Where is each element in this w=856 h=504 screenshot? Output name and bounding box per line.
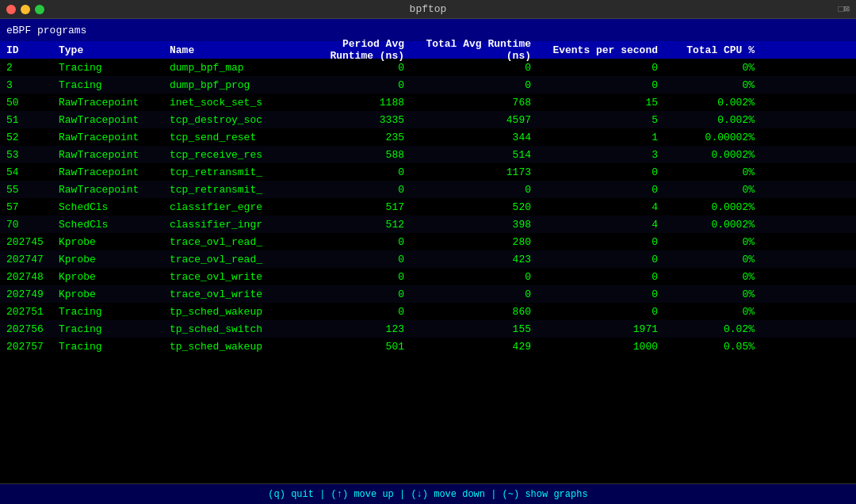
cell-period: 588: [309, 149, 420, 161]
cell-name: dump_bpf_map: [166, 62, 309, 74]
table-row[interactable]: 202756 Tracing tp_sched_switch 123 155 1…: [0, 320, 856, 338]
cell-total: 0: [420, 79, 547, 91]
cell-id: 51: [0, 114, 55, 126]
cell-type: SchedCls: [55, 219, 166, 231]
cell-name: classifier_ingr: [166, 219, 309, 231]
cell-cpu: 0.0002%: [674, 219, 761, 231]
cell-period: 0: [309, 271, 420, 283]
cell-events: 4: [547, 219, 674, 231]
cell-events: 0: [547, 184, 674, 196]
cell-type: RawTracepoint: [55, 166, 166, 178]
table-row[interactable]: 202749 Kprobe trace_ovl_write 0 0 0 0%: [0, 285, 856, 303]
table-row[interactable]: 54 RawTracepoint tcp_retransmit_ 0 1173 …: [0, 163, 856, 181]
section-title: eBPF programs: [6, 25, 86, 36]
cell-period: 501: [309, 341, 420, 353]
cell-cpu: 0%: [674, 288, 761, 300]
cell-cpu: 0%: [674, 254, 761, 265]
cell-name: trace_ovl_read_: [166, 236, 309, 248]
cell-name: trace_ovl_write: [166, 288, 309, 300]
cell-period: 517: [309, 201, 420, 213]
cell-name: tcp_retransmit_: [166, 166, 309, 178]
cell-name: tcp_send_reset: [166, 132, 309, 143]
cell-cpu: 0%: [674, 184, 761, 196]
cell-name: inet_sock_set_s: [166, 97, 309, 109]
cell-name: tcp_destroy_soc: [166, 114, 309, 126]
cell-type: Kprobe: [55, 288, 166, 300]
cell-id: 202751: [0, 306, 55, 318]
cell-events: 1971: [547, 323, 674, 335]
cell-cpu: 0%: [674, 79, 761, 91]
table-body: 2 Tracing dump_bpf_map 0 0 0 0% 3 Tracin…: [0, 59, 856, 355]
cell-type: RawTracepoint: [55, 97, 166, 109]
cell-total: 0: [420, 184, 547, 196]
col-header-name: Name: [166, 44, 309, 56]
cell-type: Kprobe: [55, 236, 166, 248]
table-row[interactable]: 51 RawTracepoint tcp_destroy_soc 3335 45…: [0, 111, 856, 128]
cell-id: 202756: [0, 323, 55, 335]
cell-events: 5: [547, 114, 674, 126]
cell-total: 280: [420, 236, 547, 248]
table-row[interactable]: 202745 Kprobe trace_ovl_read_ 0 280 0 0%: [0, 233, 856, 250]
cell-id: 202749: [0, 288, 55, 300]
cell-cpu: 0.0002%: [674, 201, 761, 213]
cell-id: 53: [0, 149, 55, 161]
cell-period: 0: [309, 166, 420, 178]
cell-total: 520: [420, 201, 547, 213]
cell-id: 57: [0, 201, 55, 213]
cell-period: 0: [309, 236, 420, 248]
cell-id: 52: [0, 132, 55, 143]
cell-total: 0: [420, 288, 547, 300]
cell-cpu: 0.002%: [674, 114, 761, 126]
cell-total: 1173: [420, 166, 547, 178]
table-row[interactable]: 57 SchedCls classifier_egre 517 520 4 0.…: [0, 198, 856, 216]
cell-period: 1188: [309, 97, 420, 109]
cell-name: trace_ovl_write: [166, 271, 309, 283]
cell-total: 768: [420, 97, 547, 109]
col-header-total: Total Avg Runtime (ns): [420, 38, 547, 62]
maximize-button[interactable]: [35, 5, 44, 14]
table-header: ID Type Name Period Avg Runtime (ns) Tot…: [0, 41, 856, 59]
cell-total: 0: [420, 271, 547, 283]
window-controls-right: □⊠: [839, 3, 850, 15]
cell-cpu: 0%: [674, 166, 761, 178]
cell-type: Kprobe: [55, 271, 166, 283]
cell-type: Tracing: [55, 341, 166, 353]
table-row[interactable]: 70 SchedCls classifier_ingr 512 398 4 0.…: [0, 216, 856, 233]
cell-events: 0: [547, 288, 674, 300]
col-header-cpu: Total CPU %: [674, 44, 761, 56]
table-row[interactable]: 53 RawTracepoint tcp_receive_res 588 514…: [0, 146, 856, 163]
cell-total: 423: [420, 254, 547, 265]
table-row[interactable]: 3 Tracing dump_bpf_prog 0 0 0 0%: [0, 76, 856, 94]
cell-type: RawTracepoint: [55, 132, 166, 143]
window-controls: [6, 5, 44, 14]
cell-id: 70: [0, 219, 55, 231]
cell-name: tp_sched_wakeup: [166, 341, 309, 353]
col-header-type: Type: [55, 44, 166, 56]
table-row[interactable]: 202748 Kprobe trace_ovl_write 0 0 0 0%: [0, 268, 856, 285]
content-area: eBPF programs ID Type Name Period Avg Ru…: [0, 19, 856, 483]
table-row[interactable]: 50 RawTracepoint inet_sock_set_s 1188 76…: [0, 94, 856, 111]
cell-type: RawTracepoint: [55, 149, 166, 161]
table-row[interactable]: 202751 Tracing tp_sched_wakeup 0 860 0 0…: [0, 303, 856, 320]
cell-name: tcp_receive_res: [166, 149, 309, 161]
cell-period: 123: [309, 323, 420, 335]
table-row[interactable]: 202757 Tracing tp_sched_wakeup 501 429 1…: [0, 338, 856, 355]
cell-cpu: 0%: [674, 62, 761, 74]
cell-type: Tracing: [55, 323, 166, 335]
cell-total: 514: [420, 149, 547, 161]
app-wrapper: bpftop □⊠ eBPF programs ID Type Name Per…: [0, 0, 856, 504]
cell-name: tcp_retransmit_: [166, 184, 309, 196]
cell-events: 15: [547, 97, 674, 109]
cell-period: 3335: [309, 114, 420, 126]
table-row[interactable]: 55 RawTracepoint tcp_retransmit_ 0 0 0 0…: [0, 181, 856, 198]
cell-cpu: 0.02%: [674, 323, 761, 335]
cell-events: 3: [547, 149, 674, 161]
minimize-button[interactable]: [21, 5, 30, 14]
cell-id: 202747: [0, 254, 55, 265]
table-row[interactable]: 52 RawTracepoint tcp_send_reset 235 344 …: [0, 128, 856, 146]
close-button[interactable]: [6, 5, 16, 14]
table-row[interactable]: 2 Tracing dump_bpf_map 0 0 0 0%: [0, 59, 856, 76]
cell-type: Tracing: [55, 79, 166, 91]
cell-type: SchedCls: [55, 201, 166, 213]
table-row[interactable]: 202747 Kprobe trace_ovl_read_ 0 423 0 0%: [0, 250, 856, 268]
